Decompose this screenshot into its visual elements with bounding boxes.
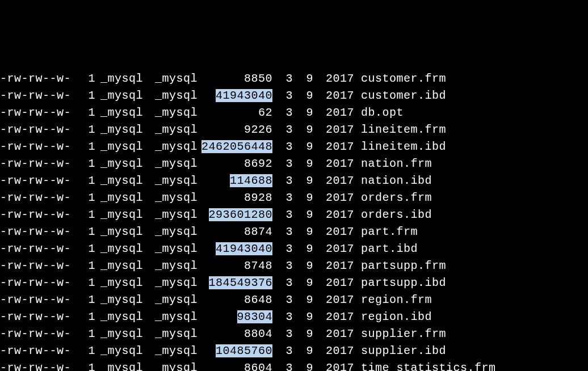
year: 2017 <box>313 292 354 309</box>
file-size: 8804 <box>244 327 272 340</box>
file-name: nation.ibd <box>354 172 432 189</box>
link-count: 1 <box>75 155 95 172</box>
file-row: -rw-rw--w-1_mysql_mysql98304392017region… <box>0 309 588 326</box>
year: 2017 <box>313 70 354 87</box>
year: 2017 <box>313 121 354 138</box>
year: 2017 <box>313 155 354 172</box>
permissions: -rw-rw--w- <box>0 104 75 121</box>
size-column: 114688 <box>198 172 272 189</box>
month: 3 <box>272 189 293 206</box>
link-count: 1 <box>75 138 95 155</box>
file-name: supplier.ibd <box>354 343 446 360</box>
file-name: region.ibd <box>354 309 432 326</box>
permissions: -rw-rw--w- <box>0 155 75 172</box>
file-size: 8928 <box>244 191 272 204</box>
day: 9 <box>293 121 313 138</box>
file-size: 41943040 <box>216 89 272 102</box>
day: 9 <box>293 258 313 275</box>
link-count: 1 <box>75 275 95 292</box>
link-count: 1 <box>75 121 95 138</box>
permissions: -rw-rw--w- <box>0 138 75 155</box>
year: 2017 <box>313 275 354 292</box>
size-column: 8748 <box>198 258 272 275</box>
month: 3 <box>272 292 293 309</box>
file-row: -rw-rw--w-1_mysql_mysql8850392017custome… <box>0 70 588 87</box>
file-row: -rw-rw--w-1_mysql_mysql8928392017orders.… <box>0 189 588 206</box>
file-row: -rw-rw--w-1_mysql_mysql184549376392017pa… <box>0 275 588 292</box>
file-size: 8850 <box>244 72 272 85</box>
file-name: lineitem.ibd <box>354 138 446 155</box>
day: 9 <box>293 155 313 172</box>
size-column: 98304 <box>198 309 272 326</box>
month: 3 <box>272 155 293 172</box>
owner: _mysql <box>95 172 143 189</box>
permissions: -rw-rw--w- <box>0 87 75 104</box>
file-size: 10485760 <box>216 344 272 357</box>
file-row: -rw-rw--w-1_mysql_mysql8692392017nation.… <box>0 155 588 172</box>
link-count: 1 <box>75 292 95 309</box>
permissions: -rw-rw--w- <box>0 241 75 258</box>
group: _mysql <box>143 326 198 343</box>
group: _mysql <box>143 206 198 224</box>
year: 2017 <box>313 343 354 360</box>
size-column: 8692 <box>198 155 272 172</box>
permissions: -rw-rw--w- <box>0 70 75 87</box>
month: 3 <box>272 241 293 258</box>
size-column: 10485760 <box>198 343 272 360</box>
file-row: -rw-rw--w-1_mysql_mysql2462056448392017l… <box>0 138 588 155</box>
permissions: -rw-rw--w- <box>0 360 75 371</box>
file-size: 8604 <box>244 361 272 371</box>
link-count: 1 <box>75 360 95 371</box>
month: 3 <box>272 258 293 275</box>
file-size: 41943040 <box>216 242 272 255</box>
month: 3 <box>272 224 293 241</box>
link-count: 1 <box>75 258 95 275</box>
file-row: -rw-rw--w-1_mysql_mysql10485760392017sup… <box>0 343 588 360</box>
size-column: 8648 <box>198 292 272 309</box>
owner: _mysql <box>95 121 143 138</box>
owner: _mysql <box>95 326 143 343</box>
group: _mysql <box>143 309 198 326</box>
size-column: 8850 <box>198 70 272 87</box>
owner: _mysql <box>95 189 143 206</box>
permissions: -rw-rw--w- <box>0 121 75 138</box>
link-count: 1 <box>75 104 95 121</box>
link-count: 1 <box>75 172 95 189</box>
month: 3 <box>272 206 293 224</box>
file-name: nation.frm <box>354 155 432 172</box>
link-count: 1 <box>75 343 95 360</box>
size-column: 8928 <box>198 189 272 206</box>
file-name: region.frm <box>354 292 432 309</box>
link-count: 1 <box>75 241 95 258</box>
month: 3 <box>272 360 293 371</box>
file-name: supplier.frm <box>354 326 446 343</box>
year: 2017 <box>313 138 354 155</box>
file-row: -rw-rw--w-1_mysql_mysql8804392017supplie… <box>0 326 588 343</box>
file-row: -rw-rw--w-1_mysql_mysql41943040392017cus… <box>0 87 588 104</box>
permissions: -rw-rw--w- <box>0 172 75 189</box>
file-name: part.frm <box>354 224 418 241</box>
group: _mysql <box>143 275 198 292</box>
file-size: 8748 <box>244 259 272 272</box>
day: 9 <box>293 241 313 258</box>
year: 2017 <box>313 189 354 206</box>
file-size: 62 <box>258 106 272 119</box>
size-column: 8804 <box>198 326 272 343</box>
file-name: orders.frm <box>354 189 432 206</box>
file-row: -rw-rw--w-1_mysql_mysql9226392017lineite… <box>0 121 588 138</box>
file-row: -rw-rw--w-1_mysql_mysql293601280392017or… <box>0 206 588 224</box>
year: 2017 <box>313 360 354 371</box>
group: _mysql <box>143 241 198 258</box>
size-column: 184549376 <box>198 275 272 292</box>
group: _mysql <box>143 104 198 121</box>
owner: _mysql <box>95 241 143 258</box>
file-row: -rw-rw--w-1_mysql_mysql8604392017time_st… <box>0 360 588 371</box>
day: 9 <box>293 104 313 121</box>
file-size: 98304 <box>237 310 273 323</box>
file-name: part.ibd <box>354 241 418 258</box>
day: 9 <box>293 70 313 87</box>
day: 9 <box>293 189 313 206</box>
terminal-output[interactable]: -rw-rw--w-1_mysql_mysql8850392017custome… <box>0 70 588 371</box>
owner: _mysql <box>95 224 143 241</box>
file-name: db.opt <box>354 104 404 121</box>
